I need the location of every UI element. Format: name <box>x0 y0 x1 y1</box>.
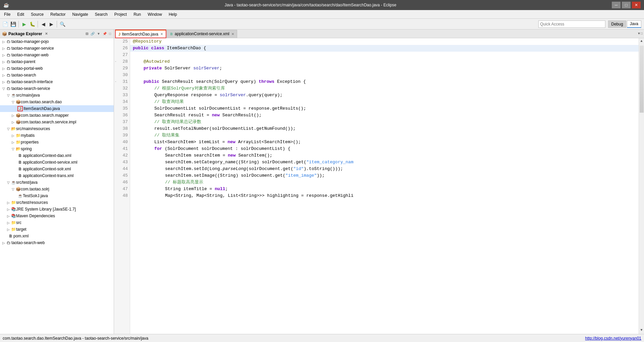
tree-arrow: ▷ <box>1 241 6 245</box>
title-bar-icon: ☕ <box>3 2 9 8</box>
tree-label: taotao-search-interface <box>11 79 112 84</box>
code-comment: // 取查询结果 <box>154 99 184 105</box>
tree-item-taotao-search-service[interactable]: ▽ 🗀 taotao-search-service <box>0 85 114 92</box>
tree-label: ItemSearchDao.java <box>23 106 112 111</box>
pe-tab-close[interactable]: ✕ <box>45 32 48 36</box>
menu-source[interactable]: Source <box>28 11 46 17</box>
tree-arrow: ▷ <box>11 120 15 124</box>
pe-link-editor[interactable]: 🔗 <box>90 32 95 36</box>
collapse-icon[interactable]: - <box>115 78 116 85</box>
tree-item-taotao-manager-service[interactable]: ▷ 🗀 taotao-manager-service <box>0 45 114 52</box>
tree-label: JRE System Library [JavaSE-1.7] <box>16 207 112 212</box>
tree-item-appctx-trans[interactable]: 🗎 applicationContext-trans.xml <box>0 172 114 179</box>
keyword: null <box>215 186 225 192</box>
tree-item-src-test-java[interactable]: ▽ ☕ src/test/java <box>0 179 114 186</box>
code-text: ; <box>225 186 228 192</box>
code-comment: // 根据SolrQuery对象查询索引库 <box>154 85 225 92</box>
minimize-button[interactable]: ─ <box>612 2 621 8</box>
toolbar-run-button[interactable]: ▶ <box>20 20 28 28</box>
collapse-icon[interactable]: - <box>115 58 116 65</box>
pe-menu[interactable]: ▼ <box>96 32 101 36</box>
tree-item-appctx-dao[interactable]: 🗎 applicationContext-dao.xml <box>0 152 114 159</box>
tree-item-src-main-resources[interactable]: ▽ 📂 src/main/resources <box>0 125 114 132</box>
project-icon: 🗀 <box>6 79 11 84</box>
menu-file[interactable]: File <box>1 11 13 17</box>
tree-label: applicationContext-service.xml <box>23 160 112 165</box>
tree-item-jre[interactable]: ▷ 📚 JRE System Library [JavaSE-1.7] <box>0 206 114 213</box>
menu-help[interactable]: Help <box>166 11 180 17</box>
tree-item-spring[interactable]: ▽ 📂 spring <box>0 146 114 152</box>
pe-collapse-all[interactable]: ⊟ <box>85 32 89 36</box>
tree-item-taotao-parent[interactable]: ▷ 🗀 taotao-parent <box>0 58 114 65</box>
menu-search[interactable]: Search <box>92 11 110 17</box>
toolbar-separator-1 <box>18 21 19 27</box>
tree-label: Maven Dependencies <box>16 214 112 218</box>
tree-item-appctx-solr[interactable]: 🗎 applicationContext-solr.xml <box>0 166 114 172</box>
tree-item-taotao-search-web[interactable]: ▷ 🗀 taotao-search-web <box>0 239 114 246</box>
tree-item-com-taotao-solrj[interactable]: ▽ 📦 com.taotao.solrj <box>0 186 114 192</box>
tree-item-appctx-service[interactable]: 🗎 applicationContext-service.xml <box>0 159 114 166</box>
tree-item-src-main-java[interactable]: ▽ ☕ src/main/java <box>0 92 114 99</box>
tab-appctx-service[interactable]: 🗎 applicationContext-service.xml ✕ <box>167 30 237 38</box>
code-text: (SolrDocument solrDocument : solrDocumen… <box>165 146 290 152</box>
code-line-36: SearchResult result = new SearchResult()… <box>130 112 639 119</box>
perspective-debug-button[interactable]: Debug <box>608 20 626 28</box>
toolbar-new-button[interactable]: 📄 <box>1 20 9 28</box>
perspective-java-button[interactable]: Java <box>627 20 641 28</box>
toolbar-back-button[interactable]: ◀ <box>40 20 47 28</box>
tree-arrow: ▷ <box>11 140 15 144</box>
tree-item-taotao-search-interface[interactable]: ▷ 🗀 taotao-search-interface <box>0 78 114 85</box>
close-button[interactable]: ✕ <box>632 2 641 8</box>
maximize-button[interactable]: □ <box>622 2 631 8</box>
line-num-text: 37 <box>122 119 128 125</box>
toolbar-forward-button[interactable]: ▶ <box>48 20 55 28</box>
tree-item-taotao-search[interactable]: ▷ 🗀 taotao-search <box>0 72 114 78</box>
tree-item-com-taotao-search-mapper[interactable]: ▷ 📦 com.taotao.search.mapper <box>0 112 114 119</box>
tree-item-com-taotao-search-service-impl[interactable]: ▷ 📦 com.taotao.search.service.impl <box>0 119 114 125</box>
menu-project[interactable]: Project <box>112 11 129 17</box>
tree-item-properties[interactable]: ▷ 📁 properties <box>0 139 114 146</box>
toolbar-debug-button[interactable]: 🐛 <box>29 20 36 28</box>
pe-maximize[interactable]: □ <box>108 32 112 36</box>
tree-item-target[interactable]: ▷ 📁 target <box>0 226 114 233</box>
right-panel-icon-1[interactable]: ▲ <box>639 39 644 44</box>
menu-run[interactable]: Run <box>131 11 144 17</box>
tree-item-com-taotao-search-dao[interactable]: ▽ 📦 com.taotao.search.dao <box>0 99 114 105</box>
tab-menu-button[interactable]: ▼ <box>638 32 640 36</box>
tab-close-icon[interactable]: ✕ <box>231 32 234 36</box>
code-content[interactable]: @Repository public class ItemSearchDao {… <box>130 38 639 334</box>
code-comment: // 标题取高亮显示 <box>165 179 203 186</box>
right-panel-icon-3[interactable]: ▼ <box>639 328 644 333</box>
tree-item-taotao-manager-pojo[interactable]: ▷ 🗀 taotao-manager-pojo <box>0 38 114 45</box>
tree-item-pom[interactable]: 🗎 pom.xml <box>0 233 114 239</box>
toolbar-save-button[interactable]: 💾 <box>9 20 17 28</box>
code-line-42: SearchItem searchItem = new SearchItem()… <box>130 152 639 159</box>
folder-icon: 📂 <box>15 147 21 151</box>
tree-item-taotao-portal-web[interactable]: ▷ 🗀 taotao-portal-web <box>0 65 114 72</box>
menu-refactor[interactable]: Refactor <box>48 11 68 17</box>
package-explorer-content[interactable]: ▷ 🗀 taotao-manager-pojo ▷ 🗀 taotao-manag… <box>0 38 114 334</box>
tree-item-mybatis[interactable]: ▷ 📁 mybatis <box>0 132 114 139</box>
line-num-text: 40 <box>122 139 128 146</box>
folder-icon: 📁 <box>15 140 21 145</box>
tree-item-src-test-resources[interactable]: ▷ 📁 src/test/resources <box>0 199 114 206</box>
xml-icon: 🗎 <box>17 153 23 158</box>
menu-edit[interactable]: Edit <box>14 11 27 17</box>
menu-navigate[interactable]: Navigate <box>69 11 91 17</box>
tree-item-ItemSearchDao[interactable]: J ItemSearchDao.java <box>0 105 114 112</box>
tab-ItemSearchDao[interactable]: J ItemSearchDao.java ✕ <box>115 30 166 38</box>
tree-item-TestSolrJ[interactable]: ☕ TestSolrJ.java <box>0 192 114 199</box>
tab-maximize-button[interactable]: □ <box>641 32 643 36</box>
code-editor[interactable]: 25 26 27 -28 29 30 -31 32 33 34 35 36 37… <box>114 38 644 334</box>
tree-item-taotao-manager-web[interactable]: ▷ 🗀 taotao-manager-web <box>0 52 114 58</box>
toolbar-search-button[interactable]: 🔍 <box>59 20 66 28</box>
menu-window[interactable]: Window <box>145 11 165 17</box>
pe-pin[interactable]: 📌 <box>102 32 107 36</box>
tab-close-icon[interactable]: ✕ <box>160 32 163 36</box>
tree-item-src[interactable]: ▷ 📁 src <box>0 219 114 226</box>
tree-item-maven-deps[interactable]: ▷ 📚 Maven Dependencies <box>0 213 114 219</box>
tree-label: src/main/java <box>16 93 112 98</box>
toolbar: 📄 💾 ▶ 🐛 ◀ ▶ 🔍 Debug Java <box>0 19 644 30</box>
line-num-27: 27 <box>114 52 130 58</box>
quick-access-input[interactable] <box>538 20 605 28</box>
